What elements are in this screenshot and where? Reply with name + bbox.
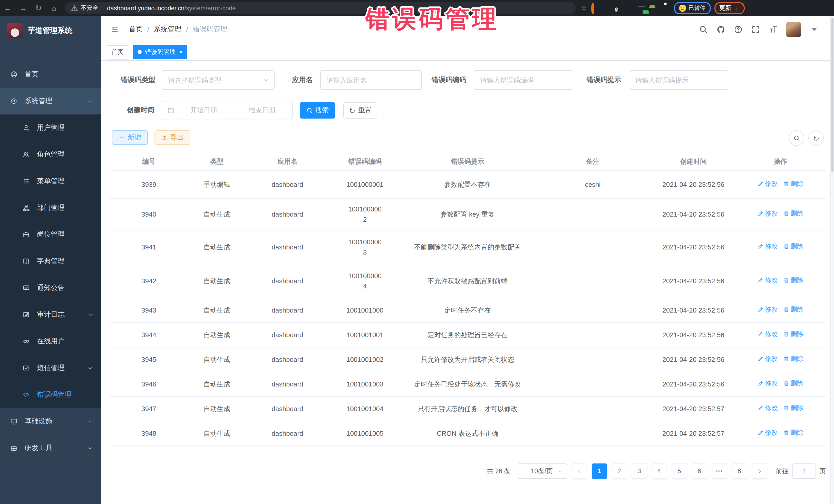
- page-button-5[interactable]: 5: [672, 463, 687, 479]
- sidebar-logo[interactable]: 芋道管理系统: [0, 16, 101, 45]
- edit-link[interactable]: 修改: [757, 179, 778, 189]
- page-button-3[interactable]: 3: [632, 463, 647, 479]
- warning-icon: [71, 4, 78, 12]
- tab-error-code[interactable]: 错误码管理 ×: [133, 45, 187, 59]
- edit-link[interactable]: 修改: [757, 403, 778, 413]
- github-icon[interactable]: [717, 25, 725, 34]
- page-button-1[interactable]: 1: [592, 463, 607, 479]
- breadcrumb-item[interactable]: 首页: [129, 25, 143, 34]
- sidebar-item-infrastructure[interactable]: 基础设施: [0, 408, 101, 435]
- table-refresh-button[interactable]: [808, 130, 824, 146]
- add-button[interactable]: 新增: [112, 130, 148, 145]
- close-icon[interactable]: ×: [179, 49, 183, 55]
- edit-link[interactable]: 修改: [757, 276, 778, 285]
- sidebar-item-sms[interactable]: 短信管理: [0, 355, 101, 381]
- caret-down-icon[interactable]: [810, 25, 819, 34]
- delete-link[interactable]: 删除: [783, 329, 804, 339]
- sidebar-item-announcements[interactable]: 通知公告: [0, 275, 101, 301]
- browser-menu-icon[interactable]: ⋮: [734, 5, 739, 11]
- next-page-button[interactable]: [752, 463, 767, 479]
- gear-icon: [10, 97, 18, 105]
- delete-link[interactable]: 删除: [783, 403, 804, 413]
- breadcrumb-item[interactable]: 系统管理: [154, 25, 182, 34]
- table-row: 3941 自动生成 dashboard 100100000 3 不能删除类型为系…: [110, 230, 826, 264]
- sidebar-item-online-users[interactable]: 在线用户: [0, 328, 101, 355]
- delete-link[interactable]: 删除: [783, 242, 804, 251]
- extension-icon[interactable]: [650, 4, 658, 12]
- sidebar-collapse-icon[interactable]: [110, 26, 119, 33]
- delete-link[interactable]: 删除: [783, 428, 804, 438]
- address-bar[interactable]: 不安全 dashboard.yudao.iocoder.cn/system/er…: [65, 2, 576, 14]
- help-icon[interactable]: [734, 25, 743, 34]
- bookmark-star-icon[interactable]: ☆: [581, 4, 587, 12]
- sidebar-item-positions[interactable]: 岗位管理: [0, 221, 101, 248]
- extension-icon[interactable]: on: [638, 4, 646, 12]
- extension-icon[interactable]: V: [615, 4, 623, 12]
- edit-link[interactable]: 修改: [757, 354, 778, 364]
- error-code-field[interactable]: [474, 70, 572, 90]
- tab-home[interactable]: 首页: [107, 45, 128, 59]
- edit-link[interactable]: 修改: [757, 209, 778, 219]
- error-type-input[interactable]: [162, 71, 274, 89]
- sidebar-item-roles[interactable]: 角色管理: [0, 141, 101, 168]
- search-icon[interactable]: [699, 25, 708, 34]
- sidebar-item-menus[interactable]: 菜单管理: [0, 168, 101, 195]
- sidebar-item-error-code[interactable]: 错误码管理: [0, 381, 101, 408]
- edit-link[interactable]: 修改: [757, 379, 778, 389]
- sidebar-item-system[interactable]: 系统管理: [0, 88, 101, 114]
- edit-link[interactable]: 修改: [757, 242, 778, 251]
- export-button[interactable]: 导出: [154, 130, 191, 145]
- sidebar-item-users[interactable]: 用户管理: [0, 114, 101, 141]
- browser-update-button[interactable]: 更新 ⋮: [714, 2, 744, 14]
- app-name-field[interactable]: [320, 70, 422, 90]
- delete-link[interactable]: 删除: [783, 305, 804, 314]
- sidebar-item-departments[interactable]: 部门管理: [0, 195, 101, 221]
- edit-link[interactable]: 修改: [757, 428, 778, 438]
- page-button-6[interactable]: 6: [692, 463, 707, 479]
- delete-link[interactable]: 删除: [783, 379, 804, 389]
- delete-link[interactable]: 删除: [783, 276, 804, 285]
- font-size-icon[interactable]: [769, 25, 777, 34]
- error-type-select[interactable]: [161, 70, 274, 90]
- reset-button[interactable]: 重置: [343, 102, 377, 118]
- prev-page-button[interactable]: [571, 463, 587, 479]
- page-size-select[interactable]: 10条/页: [517, 463, 567, 479]
- sidebar-item-dictionary[interactable]: 字典管理: [0, 248, 101, 275]
- page-button-2[interactable]: 2: [612, 463, 627, 479]
- browser-home-button[interactable]: ⌂: [46, 4, 62, 12]
- sidebar-item-devtools[interactable]: 研发工具: [0, 435, 101, 461]
- edit-link[interactable]: 修改: [757, 329, 778, 339]
- browser-back-button[interactable]: ←: [0, 4, 15, 12]
- search-button[interactable]: 搜索: [300, 102, 335, 118]
- extension-icon[interactable]: [603, 4, 611, 12]
- trash-icon: [783, 278, 789, 284]
- app-name-input[interactable]: [321, 71, 421, 89]
- sidebar-item-home[interactable]: 首页: [0, 61, 101, 88]
- table-search-toggle-button[interactable]: [789, 130, 804, 146]
- extension-icon[interactable]: [591, 4, 599, 12]
- cell-note: [534, 198, 652, 230]
- delete-link[interactable]: 删除: [783, 179, 804, 189]
- error-hint-input[interactable]: [629, 71, 727, 89]
- page-button-4[interactable]: 4: [652, 463, 667, 479]
- error-code-input[interactable]: [474, 71, 571, 89]
- goto-page-input[interactable]: [792, 463, 816, 479]
- fullscreen-icon[interactable]: [751, 25, 760, 34]
- page-scrollbar[interactable]: [830, 16, 834, 504]
- trash-icon: [783, 307, 789, 313]
- date-range-picker[interactable]: 开始日期 - 结束日期: [162, 101, 292, 120]
- delete-link[interactable]: 删除: [783, 209, 804, 219]
- page-ellipsis[interactable]: •••: [711, 463, 727, 479]
- browser-forward-button[interactable]: →: [15, 4, 31, 12]
- extension-icon[interactable]: [627, 4, 635, 12]
- scrollbar-thumb[interactable]: [831, 18, 833, 172]
- user-avatar[interactable]: [786, 22, 801, 37]
- page-button-8[interactable]: 8: [731, 463, 747, 479]
- extension-icon[interactable]: [662, 4, 670, 12]
- edit-link[interactable]: 修改: [757, 305, 778, 314]
- extension-paused-badge[interactable]: 已暂停: [674, 2, 710, 14]
- sidebar-item-audit-log[interactable]: 审计日志: [0, 301, 101, 328]
- error-hint-field[interactable]: [629, 70, 728, 90]
- delete-link[interactable]: 删除: [783, 354, 804, 364]
- browser-reload-button[interactable]: ↻: [31, 3, 46, 13]
